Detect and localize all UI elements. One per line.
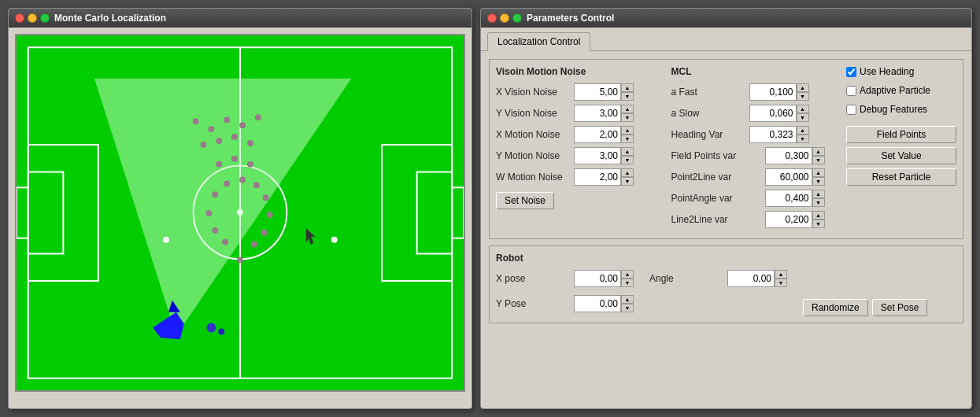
tab-localization-control[interactable]: Localization Control xyxy=(487,32,590,51)
x-vision-noise-input[interactable] xyxy=(574,83,621,101)
x-motion-noise-label: X Motion Noise xyxy=(496,129,571,140)
randomize-button[interactable]: Randomize xyxy=(803,299,868,316)
a-slow-down[interactable]: ▼ xyxy=(797,113,809,122)
params-content: Visoin Motion Noise X Vision Noise ▲ ▼ xyxy=(481,51,971,331)
a-fast-down[interactable]: ▼ xyxy=(797,92,809,101)
y-vision-noise-down[interactable]: ▼ xyxy=(621,113,634,122)
svg-point-11 xyxy=(193,118,199,124)
field-points-button[interactable]: Field Points xyxy=(846,126,956,143)
adaptive-particle-checkbox[interactable] xyxy=(846,86,856,96)
params-title: Parameters Control xyxy=(527,13,614,24)
reset-particle-button[interactable]: Reset Particle xyxy=(846,168,956,186)
use-heading-label: Use Heading xyxy=(860,66,914,77)
angle-up[interactable]: ▲ xyxy=(775,270,787,279)
field-points-var-label: Field Points var xyxy=(671,150,762,161)
x-pose-input[interactable] xyxy=(574,270,621,287)
y-vision-noise-input[interactable] xyxy=(574,105,621,122)
y-vision-noise-up[interactable]: ▲ xyxy=(621,105,634,113)
point2line-var-input[interactable] xyxy=(765,168,812,186)
w-motion-noise-down[interactable]: ▼ xyxy=(621,177,634,186)
params-close-btn[interactable] xyxy=(487,13,497,23)
w-motion-noise-up[interactable]: ▲ xyxy=(621,168,634,177)
y-motion-noise-up[interactable]: ▲ xyxy=(621,147,634,156)
a-slow-spin-btns: ▲ ▼ xyxy=(797,105,809,122)
params-minimize-btn[interactable] xyxy=(500,13,509,23)
svg-point-26 xyxy=(237,256,243,263)
params-traffic-lights xyxy=(487,13,522,23)
field-points-var-input[interactable] xyxy=(765,147,812,164)
point2line-var-down[interactable]: ▼ xyxy=(812,177,825,186)
field-points-var-down[interactable]: ▼ xyxy=(812,156,825,164)
x-pose-spin-btns: ▲ ▼ xyxy=(621,270,634,287)
svg-point-27 xyxy=(251,242,257,248)
heading-var-down[interactable]: ▼ xyxy=(797,135,809,143)
debug-features-checkbox[interactable] xyxy=(846,105,856,115)
mcl-minimize-btn[interactable] xyxy=(28,13,37,23)
point2line-var-spin-btns: ▲ ▼ xyxy=(812,168,825,186)
svg-point-32 xyxy=(239,176,246,183)
y-pose-down[interactable]: ▼ xyxy=(621,304,634,312)
adaptive-particle-row: Adaptive Particle xyxy=(846,85,956,96)
set-pose-button[interactable]: Set Pose xyxy=(872,299,928,316)
soccer-field[interactable] xyxy=(15,34,465,392)
heading-var-row: Heading Var ▲ ▼ xyxy=(671,126,839,143)
y-motion-noise-spinner: ▲ ▼ xyxy=(574,147,634,164)
svg-rect-8 xyxy=(17,187,28,238)
heading-var-up[interactable]: ▲ xyxy=(797,126,809,135)
a-slow-up[interactable]: ▲ xyxy=(797,105,809,113)
y-motion-noise-input[interactable] xyxy=(574,147,621,164)
noise-section-title: Visoin Motion Noise xyxy=(496,66,664,77)
x-pose-up[interactable]: ▲ xyxy=(621,270,634,279)
x-motion-noise-input[interactable] xyxy=(574,126,621,143)
set-noise-button[interactable]: Set Noise xyxy=(496,192,554,209)
point2line-var-up[interactable]: ▲ xyxy=(812,168,825,177)
svg-rect-9 xyxy=(452,187,464,238)
svg-point-33 xyxy=(224,180,230,186)
pointangle-var-up[interactable]: ▲ xyxy=(812,190,825,198)
a-fast-row: a Fast ▲ ▼ xyxy=(671,83,839,101)
a-slow-input[interactable] xyxy=(749,105,797,122)
y-pose-up[interactable]: ▲ xyxy=(621,295,634,304)
line2line-var-down[interactable]: ▼ xyxy=(812,220,825,228)
x-motion-noise-row: X Motion Noise ▲ ▼ xyxy=(496,126,664,143)
line2line-var-label: Line2Line var xyxy=(671,214,762,225)
heading-var-spinner: ▲ ▼ xyxy=(749,126,809,143)
x-motion-noise-down[interactable]: ▼ xyxy=(621,135,634,143)
w-motion-noise-input[interactable] xyxy=(574,168,621,186)
heading-var-input[interactable] xyxy=(749,126,797,143)
use-heading-checkbox[interactable] xyxy=(846,67,856,77)
mcl-title: Monte Carlo Localization xyxy=(54,13,166,24)
w-motion-noise-spinner: ▲ ▼ xyxy=(574,168,634,186)
a-fast-up[interactable]: ▲ xyxy=(797,83,809,92)
y-pose-input[interactable] xyxy=(574,295,621,312)
x-motion-noise-up[interactable]: ▲ xyxy=(621,126,634,135)
a-fast-input[interactable] xyxy=(749,83,797,101)
angle-label: Angle xyxy=(649,273,724,284)
mcl-section-title: MCL xyxy=(671,66,839,77)
svg-point-36 xyxy=(331,237,338,243)
pointangle-var-spin-btns: ▲ ▼ xyxy=(812,190,825,207)
params-maximize-btn[interactable] xyxy=(512,13,522,23)
a-slow-label: a Slow xyxy=(671,108,746,119)
x-motion-noise-spin-btns: ▲ ▼ xyxy=(621,126,634,143)
x-vision-noise-up[interactable]: ▲ xyxy=(621,83,634,92)
mcl-close-btn[interactable] xyxy=(15,13,24,23)
line2line-var-spinner: ▲ ▼ xyxy=(765,211,825,228)
line2line-var-input[interactable] xyxy=(765,211,812,228)
mcl-maximize-btn[interactable] xyxy=(40,13,50,23)
svg-point-23 xyxy=(205,210,212,216)
x-vision-noise-down[interactable]: ▼ xyxy=(621,92,634,101)
y-motion-noise-label: Y Motion Noise xyxy=(496,150,571,161)
angle-input[interactable] xyxy=(727,270,775,287)
pointangle-var-down[interactable]: ▼ xyxy=(812,198,825,207)
svg-point-15 xyxy=(255,114,261,120)
a-fast-spinner: ▲ ▼ xyxy=(749,83,809,101)
set-value-button[interactable]: Set Value xyxy=(846,147,956,164)
y-motion-noise-down[interactable]: ▼ xyxy=(621,156,634,164)
pointangle-var-input[interactable] xyxy=(765,190,812,207)
line2line-var-up[interactable]: ▲ xyxy=(812,211,825,220)
x-pose-down[interactable]: ▼ xyxy=(621,279,634,287)
angle-down[interactable]: ▼ xyxy=(775,279,787,287)
field-points-var-up[interactable]: ▲ xyxy=(812,147,825,156)
a-slow-row: a Slow ▲ ▼ xyxy=(671,105,839,122)
